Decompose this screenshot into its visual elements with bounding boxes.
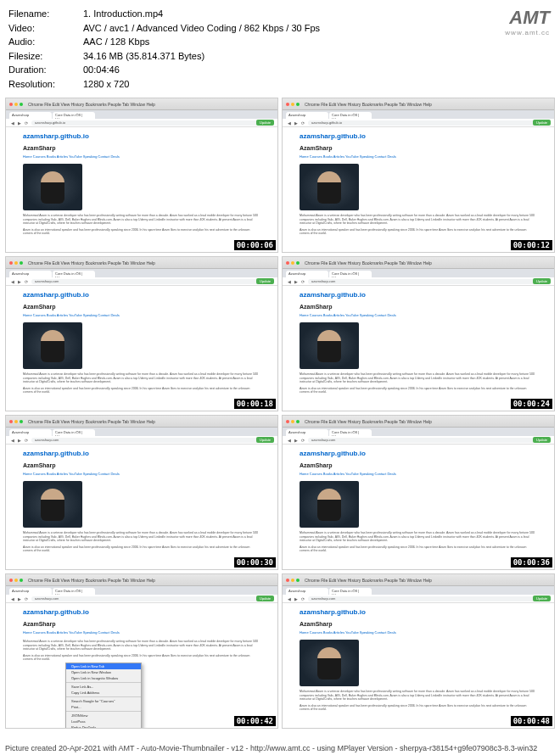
address-bar[interactable]: azamsharp.com bbox=[308, 438, 549, 443]
ctx-print[interactable]: Print... bbox=[66, 704, 141, 710]
mac-menubar: Chrome File Edit View History Bookmarks … bbox=[6, 257, 277, 269]
ctx-open-new-window[interactable]: Open Link in New Window bbox=[66, 669, 141, 675]
site-title: azamsharp.github.io bbox=[23, 608, 260, 616]
traffic-lights bbox=[286, 579, 300, 582]
ctx-open-new-tab[interactable]: Open Link in New Tab bbox=[66, 663, 141, 669]
browser-tab[interactable]: Core Data in iOS | Udemy bbox=[329, 588, 372, 595]
address-bar[interactable]: azamsharp.github.io bbox=[31, 120, 272, 126]
site-nav[interactable]: Home Courses Books Articles YouTube Spea… bbox=[23, 630, 260, 635]
bio-text: Mohammad Azam is a veteran developer who… bbox=[23, 372, 260, 384]
bio-text-2: Azam is also an international speaker an… bbox=[23, 654, 260, 662]
browser-tab[interactable]: Core Data in iOS | Udemy bbox=[53, 271, 95, 277]
update-button[interactable]: Update bbox=[533, 120, 551, 126]
back-icon[interactable]: ◀ bbox=[288, 279, 292, 283]
address-bar[interactable]: azamsharp.com bbox=[31, 279, 272, 284]
reload-icon[interactable]: ⟳ bbox=[25, 596, 29, 601]
back-icon[interactable]: ◀ bbox=[288, 438, 292, 442]
browser-tab[interactable]: Core Data in iOS | Udemy bbox=[53, 112, 95, 119]
browser-tab[interactable]: Core Data in iOS | Udemy bbox=[329, 271, 372, 277]
chrome-tabstrip: Azamsharp Core Data in iOS | Udemy bbox=[283, 428, 554, 436]
page-content: azamsharp.github.io AzamSharp Home Cours… bbox=[6, 445, 277, 569]
forward-icon[interactable]: ▶ bbox=[18, 120, 22, 125]
forward-icon[interactable]: ▶ bbox=[294, 596, 299, 601]
bio-text-2: Azam is also an international speaker an… bbox=[23, 545, 260, 553]
duration-value: 00:04:46 bbox=[83, 63, 552, 77]
browser-tab[interactable]: Core Data in iOS | Udemy bbox=[53, 588, 95, 595]
mac-menu-items: Chrome File Edit View History Bookmarks … bbox=[28, 102, 155, 107]
address-bar[interactable]: azamsharp.com bbox=[31, 438, 272, 443]
ctx-redux[interactable]: Redux DevTools bbox=[66, 724, 141, 729]
browser-tab[interactable]: Core Data in iOS | Udemy bbox=[329, 429, 372, 436]
address-bar[interactable]: azamsharp.github.io bbox=[308, 120, 549, 126]
back-icon[interactable]: ◀ bbox=[11, 120, 15, 125]
site-nav[interactable]: Home Courses Books Articles YouTube Spea… bbox=[23, 313, 260, 317]
timestamp-badge: 00:00:48 bbox=[511, 716, 552, 726]
filename-label: Filename: bbox=[8, 7, 83, 21]
ctx-copy-link[interactable]: Copy Link Address bbox=[66, 690, 141, 696]
browser-tab[interactable]: Azamsharp bbox=[286, 429, 328, 436]
site-nav[interactable]: Home Courses Books Articles YouTube Spea… bbox=[300, 630, 537, 635]
browser-tab[interactable]: Azamsharp bbox=[9, 271, 52, 277]
reload-icon[interactable]: ⟳ bbox=[25, 120, 29, 125]
browser-tab[interactable]: Core Data in iOS | Udemy bbox=[53, 429, 95, 436]
browser-tab[interactable]: Azamsharp bbox=[9, 588, 52, 595]
thumbnail-4: Chrome File Edit View History Bookmarks … bbox=[282, 256, 555, 411]
context-menu[interactable]: Open Link in New Tab Open Link in New Wi… bbox=[65, 663, 142, 729]
update-button[interactable]: Update bbox=[256, 120, 274, 126]
portrait-image bbox=[300, 164, 359, 210]
reload-icon[interactable]: ⟳ bbox=[301, 279, 305, 283]
mac-menu-items: Chrome File Edit View History Bookmarks … bbox=[28, 260, 155, 266]
browser-tab[interactable]: Azamsharp bbox=[9, 429, 52, 436]
update-button[interactable]: Update bbox=[533, 437, 551, 443]
site-nav[interactable]: Home Courses Books Articles YouTube Spea… bbox=[300, 154, 537, 159]
reload-icon[interactable]: ⟳ bbox=[25, 279, 29, 283]
back-icon[interactable]: ◀ bbox=[11, 596, 15, 601]
address-bar[interactable]: azamsharp.com bbox=[308, 596, 549, 601]
mac-menubar: Chrome File Edit View History Bookmarks … bbox=[283, 416, 554, 428]
address-bar[interactable]: azamsharp.com bbox=[308, 279, 549, 284]
browser-tab[interactable]: Core Data in iOS | Udemy bbox=[329, 112, 372, 119]
mac-menubar: Chrome File Edit View History Bookmarks … bbox=[6, 574, 277, 586]
back-icon[interactable]: ◀ bbox=[11, 438, 15, 442]
site-nav[interactable]: Home Courses Books Articles YouTube Spea… bbox=[23, 472, 260, 476]
forward-icon[interactable]: ▶ bbox=[18, 279, 22, 283]
browser-tab[interactable]: Azamsharp bbox=[286, 271, 328, 277]
site-nav[interactable]: Home Courses Books Articles YouTube Spea… bbox=[23, 154, 260, 159]
site-nav[interactable]: Home Courses Books Articles YouTube Spea… bbox=[300, 472, 537, 476]
ctx-save-link[interactable]: Save Link As... bbox=[66, 684, 141, 690]
reload-icon[interactable]: ⟳ bbox=[301, 120, 305, 125]
ctx-jsonview[interactable]: JSONView bbox=[66, 713, 141, 719]
mac-menu-items: Chrome File Edit View History Bookmarks … bbox=[305, 260, 432, 266]
traffic-lights bbox=[286, 103, 300, 106]
mac-menubar: Chrome File Edit View History Bookmarks … bbox=[283, 257, 554, 269]
site-subtitle: AzamSharp bbox=[23, 621, 260, 627]
forward-icon[interactable]: ▶ bbox=[294, 279, 299, 283]
update-button[interactable]: Update bbox=[533, 278, 551, 284]
reload-icon[interactable]: ⟳ bbox=[25, 438, 29, 442]
update-button[interactable]: Update bbox=[533, 596, 551, 601]
ctx-lastpass[interactable]: LastPass bbox=[66, 719, 141, 724]
back-icon[interactable]: ◀ bbox=[11, 279, 15, 283]
update-button[interactable]: Update bbox=[256, 437, 274, 443]
forward-icon[interactable]: ▶ bbox=[294, 438, 299, 442]
forward-icon[interactable]: ▶ bbox=[18, 438, 22, 442]
thumbnail-3: Chrome File Edit View History Bookmarks … bbox=[5, 256, 278, 411]
ctx-search-google[interactable]: Search Google for "Courses" bbox=[66, 698, 141, 704]
footer-text: Picture created 20-Apr-2021 with AMT - A… bbox=[0, 741, 560, 755]
update-button[interactable]: Update bbox=[256, 596, 274, 601]
page-content: azamsharp.github.io AzamSharp Home Cours… bbox=[283, 603, 554, 728]
ctx-open-incognito[interactable]: Open Link in Incognito Window bbox=[66, 675, 141, 681]
reload-icon[interactable]: ⟳ bbox=[301, 438, 305, 442]
reload-icon[interactable]: ⟳ bbox=[301, 596, 305, 601]
back-icon[interactable]: ◀ bbox=[288, 596, 292, 601]
address-bar[interactable]: azamsharp.com bbox=[31, 596, 272, 601]
site-nav[interactable]: Home Courses Books Articles YouTube Spea… bbox=[300, 313, 537, 317]
update-button[interactable]: Update bbox=[256, 278, 274, 284]
site-title: azamsharp.github.io bbox=[23, 132, 260, 140]
forward-icon[interactable]: ▶ bbox=[18, 596, 22, 601]
browser-tab[interactable]: Azamsharp bbox=[286, 588, 328, 595]
browser-tab[interactable]: Azamsharp bbox=[286, 112, 328, 119]
back-icon[interactable]: ◀ bbox=[288, 120, 292, 125]
browser-tab[interactable]: Azamsharp bbox=[9, 112, 52, 119]
forward-icon[interactable]: ▶ bbox=[294, 120, 299, 125]
